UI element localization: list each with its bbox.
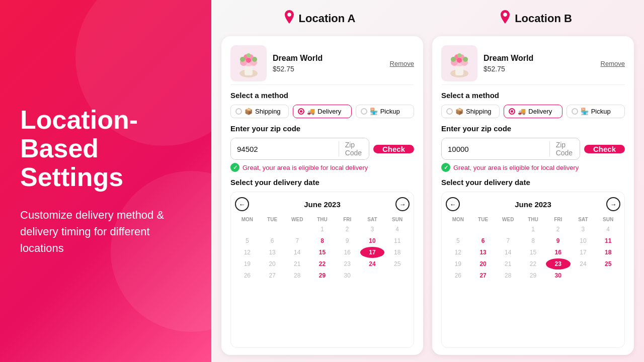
cal-day: [446, 224, 470, 235]
cal-day[interactable]: 6: [471, 235, 496, 246]
method-row-a: 📦 Shipping 🚚 Delivery 🏪 Pickup: [230, 105, 414, 118]
zip-label-a: Zip Code: [339, 138, 369, 159]
cal-day: 5: [235, 235, 260, 246]
delivery-icon-b: 🚚: [518, 108, 526, 115]
cal-day: 15: [521, 247, 545, 258]
zip-input-a[interactable]: [231, 138, 339, 159]
remove-btn-b[interactable]: Remove: [601, 60, 625, 67]
pickup-label-b: Pickup: [591, 108, 611, 115]
cal-days-b: 1234567891011121314151617181920212223242…: [446, 224, 620, 281]
dow-wed-a: WED: [285, 215, 309, 224]
method-shipping-a[interactable]: 📦 Shipping: [230, 105, 289, 118]
cal-day[interactable]: 25: [596, 258, 620, 269]
cal-day: [596, 270, 620, 281]
cal-prev-b[interactable]: ←: [446, 197, 460, 211]
product-row-a: Dream World $52.75 Remove: [230, 45, 414, 85]
method-shipping-b[interactable]: 📦 Shipping: [441, 105, 500, 118]
svg-rect-3: [245, 66, 253, 75]
cal-day: [471, 224, 496, 235]
calendar-b: ← June 2023 → MON TUE WED THU FRI SAT SU…: [441, 192, 625, 348]
zip-section-label-b: Enter your zip code: [441, 124, 625, 133]
cal-day: 5: [446, 235, 470, 246]
check-btn-a[interactable]: Check: [373, 145, 414, 153]
cal-day[interactable]: 16: [546, 247, 571, 258]
method-pickup-b[interactable]: 🏪 Pickup: [567, 105, 625, 118]
check-circle-b: [441, 163, 450, 172]
cal-day[interactable]: 23: [546, 258, 571, 269]
cal-grid-a: MON TUE WED THU FRI SAT SUN: [235, 215, 410, 224]
cal-days-a: 1234567891011121314151617181920212223242…: [235, 224, 410, 281]
dow-tue-a: TUE: [260, 215, 285, 224]
method-delivery-b[interactable]: 🚚 Delivery: [504, 105, 562, 118]
cal-day: 3: [360, 224, 385, 235]
cal-prev-a[interactable]: ←: [235, 197, 249, 211]
cal-day[interactable]: 30: [546, 270, 571, 281]
check-btn-b[interactable]: Check: [584, 145, 625, 153]
cal-day: 7: [496, 235, 520, 246]
cal-day: [260, 224, 285, 235]
dow-tue-b: TUE: [471, 215, 496, 224]
cal-day[interactable]: 13: [471, 247, 496, 258]
method-pickup-a[interactable]: 🏪 Pickup: [356, 105, 414, 118]
cal-day[interactable]: 15: [310, 247, 335, 258]
cal-next-a[interactable]: →: [395, 197, 410, 211]
radio-shipping-b: [446, 108, 453, 115]
radio-pickup-a: [361, 108, 367, 115]
cal-day[interactable]: 24: [360, 258, 385, 269]
cal-day: 11: [385, 235, 410, 246]
cards-container: Dream World $52.75 Remove Select a metho…: [211, 31, 644, 362]
cal-day: 13: [260, 247, 285, 258]
success-msg-b: Great, your area is eligible for local d…: [441, 163, 625, 172]
svg-point-0: [288, 13, 291, 16]
cal-day[interactable]: 11: [596, 235, 620, 246]
cal-day[interactable]: 9: [546, 235, 571, 246]
calendar-a: ← June 2023 → MON TUE WED THU FRI SAT SU…: [230, 192, 414, 348]
cal-day[interactable]: 10: [360, 235, 385, 246]
cal-day[interactable]: 18: [596, 247, 620, 258]
success-text-b: Great, your area is eligible for local d…: [453, 164, 579, 171]
location-b-label: Location B: [515, 12, 572, 25]
method-delivery-a[interactable]: 🚚 Delivery: [293, 105, 351, 118]
cal-day: 8: [521, 235, 545, 246]
cal-day[interactable]: 27: [471, 270, 496, 281]
location-b-header: Location B: [428, 6, 644, 31]
cal-day: 20: [260, 258, 285, 269]
dow-thu-a: THU: [310, 215, 335, 224]
location-a-header: Location A: [211, 6, 428, 31]
cal-next-b[interactable]: →: [606, 197, 620, 211]
cal-day: [496, 224, 520, 235]
cal-day: 24: [571, 258, 596, 269]
cal-month-b: June 2023: [515, 200, 551, 209]
pickup-icon-a: 🏪: [370, 108, 378, 115]
cal-day: 17: [571, 247, 596, 258]
cal-day: 26: [235, 270, 260, 281]
cal-day: 27: [260, 270, 285, 281]
cal-day: 14: [285, 247, 309, 258]
cal-day: 4: [385, 224, 410, 235]
shipping-icon-a: 📦: [245, 108, 253, 115]
cal-day[interactable]: 17: [360, 247, 385, 258]
product-image-a: [230, 45, 267, 81]
cal-day: 6: [260, 235, 285, 246]
product-info-a: Dream World $52.75: [273, 54, 384, 73]
product-info-b: Dream World $52.75: [484, 54, 595, 73]
location-a-label: Location A: [299, 12, 356, 25]
cal-day[interactable]: 29: [310, 270, 335, 281]
zip-input-b[interactable]: [442, 138, 549, 159]
zip-check-wrapper-a: Zip Code Check: [230, 138, 414, 160]
pickup-icon-b: 🏪: [581, 108, 589, 115]
cal-day[interactable]: 20: [471, 258, 496, 269]
product-image-b: [441, 45, 477, 81]
cal-day[interactable]: 22: [310, 258, 335, 269]
remove-btn-a[interactable]: Remove: [390, 60, 414, 67]
cal-day: 23: [335, 258, 360, 269]
cal-day: 30: [335, 270, 360, 281]
cal-day: 28: [496, 270, 520, 281]
cal-day[interactable]: 8: [310, 235, 335, 246]
cal-day: 21: [285, 258, 309, 269]
cal-day: 10: [571, 235, 596, 246]
dow-fri-b: FRI: [546, 215, 571, 224]
delivery-date-label-a: Select your delivery date: [230, 178, 414, 187]
cal-day: [571, 270, 596, 281]
cal-day: 4: [596, 224, 620, 235]
